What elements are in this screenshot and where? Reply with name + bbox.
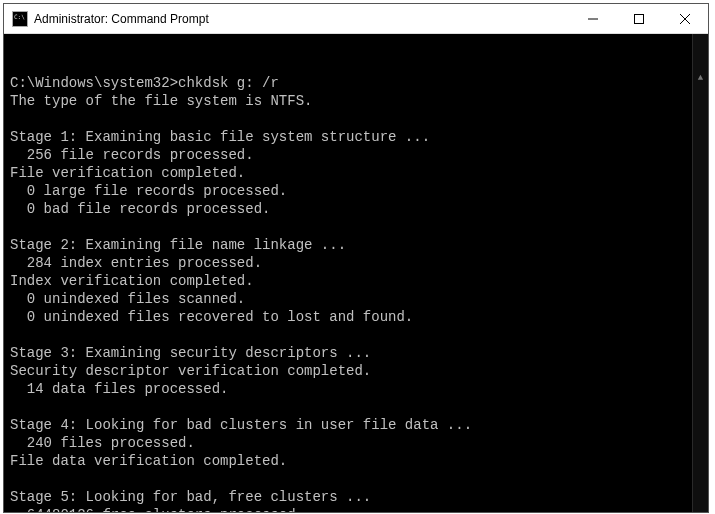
svg-text:C:\: C:\ xyxy=(14,13,25,20)
output-line xyxy=(10,326,708,344)
output-line: Index verification completed. xyxy=(10,272,708,290)
close-button[interactable] xyxy=(662,4,708,33)
output-line: 64480126 free clusters processed. xyxy=(10,506,708,512)
output-line: Stage 3: Examining security descriptors … xyxy=(10,344,708,362)
output-line: 0 large file records processed. xyxy=(10,182,708,200)
scroll-up-button[interactable]: ▲ xyxy=(693,70,708,86)
output-line: File data verification completed. xyxy=(10,452,708,470)
maximize-button[interactable] xyxy=(616,4,662,33)
cmd-icon: C:\ xyxy=(12,11,28,27)
output-line: The type of the file system is NTFS. xyxy=(10,92,708,110)
output-line: 14 data files processed. xyxy=(10,380,708,398)
output-line: 0 unindexed files scanned. xyxy=(10,290,708,308)
titlebar[interactable]: C:\ Administrator: Command Prompt xyxy=(4,4,708,34)
output-line: 0 unindexed files recovered to lost and … xyxy=(10,308,708,326)
output-line: 240 files processed. xyxy=(10,434,708,452)
output-line: Stage 4: Looking for bad clusters in use… xyxy=(10,416,708,434)
output-line xyxy=(10,398,708,416)
output-line xyxy=(10,470,708,488)
output-line: Stage 1: Examining basic file system str… xyxy=(10,128,708,146)
output-line xyxy=(10,110,708,128)
output-line: Stage 2: Examining file name linkage ... xyxy=(10,236,708,254)
output-line: File verification completed. xyxy=(10,164,708,182)
minimize-button[interactable] xyxy=(570,4,616,33)
output-line xyxy=(10,218,708,236)
window-controls xyxy=(570,4,708,33)
output-line: 256 file records processed. xyxy=(10,146,708,164)
command-prompt-window: C:\ Administrator: Command Prompt C:\Win… xyxy=(3,3,709,513)
output-line: 0 bad file records processed. xyxy=(10,200,708,218)
output-line: 284 index entries processed. xyxy=(10,254,708,272)
command-line: C:\Windows\system32>chkdsk g: /r xyxy=(10,74,708,92)
output-line: Security descriptor verification complet… xyxy=(10,362,708,380)
scrollbar[interactable]: ▲ xyxy=(692,34,708,512)
terminal-output[interactable]: C:\Windows\system32>chkdsk g: /rThe type… xyxy=(4,34,708,512)
svg-rect-4 xyxy=(635,14,644,23)
output-line: Stage 5: Looking for bad, free clusters … xyxy=(10,488,708,506)
window-title: Administrator: Command Prompt xyxy=(34,12,570,26)
terminal-text: C:\Windows\system32>chkdsk g: /rThe type… xyxy=(10,74,708,512)
